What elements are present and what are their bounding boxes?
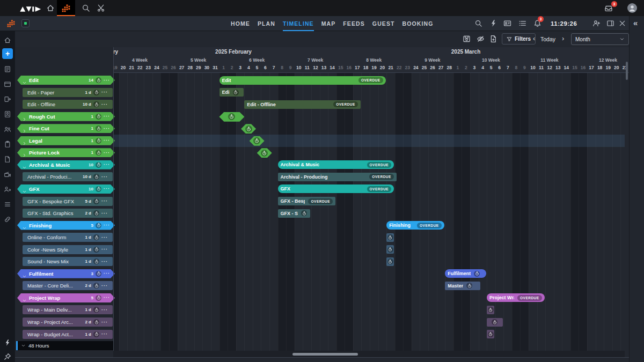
more-options-button[interactable]: ···: [104, 126, 110, 131]
person-link-icon[interactable]: [4, 186, 11, 193]
chevron-down-icon[interactable]: [22, 271, 27, 276]
timer-chip[interactable]: [301, 210, 307, 216]
horizontal-scrollbar-track[interactable]: [113, 351, 625, 357]
task-row[interactable]: Color -News Style1 d···: [23, 245, 113, 254]
gantt-bar[interactable]: FinishingOVERDUE: [386, 221, 444, 230]
chevron-right-icon[interactable]: [22, 126, 27, 131]
gantt-bar[interactable]: Master: [445, 282, 480, 290]
save-icon[interactable]: [463, 35, 471, 43]
gantt-bar[interactable]: [386, 257, 394, 266]
team-icon[interactable]: [4, 125, 11, 133]
more-options-button[interactable]: ···: [104, 150, 110, 156]
gantt-bar[interactable]: Archival & MusicOVERDUE: [278, 160, 394, 169]
timer-chip[interactable]: [492, 319, 497, 325]
timer-chip[interactable]: [96, 150, 101, 156]
task-row[interactable]: GFX - Std. Graphics2 d···: [23, 209, 113, 218]
bolt-icon[interactable]: [4, 339, 11, 346]
timer-chip[interactable]: [387, 247, 393, 253]
person-add-icon[interactable]: [592, 19, 601, 27]
gantt-bar[interactable]: Edi: [219, 88, 244, 97]
tab-timeline[interactable]: TIMELINE: [283, 16, 314, 31]
chevron-down-icon[interactable]: [22, 78, 27, 83]
tab-home[interactable]: HOME: [231, 16, 250, 31]
more-options-button[interactable]: ···: [104, 138, 110, 143]
timer-chip[interactable]: [488, 307, 494, 313]
today-button[interactable]: Today: [540, 36, 555, 42]
timer-chip[interactable]: [466, 283, 472, 289]
search-icon[interactable]: [474, 19, 482, 27]
chevron-down-icon[interactable]: [22, 187, 27, 191]
menu-icon[interactable]: [4, 201, 11, 208]
collapse-panel-button[interactable]: «: [633, 18, 638, 27]
more-options-button[interactable]: ···: [104, 78, 110, 83]
timer-chip[interactable]: [245, 125, 252, 132]
timer-chip[interactable]: [488, 331, 494, 337]
gantt-bar[interactable]: EditOVERDUE: [219, 76, 386, 85]
more-options-button[interactable]: ···: [101, 283, 108, 289]
more-options-button[interactable]: ···: [104, 223, 110, 228]
task-group-row[interactable]: Fulfilment3···: [17, 269, 115, 278]
next-period-button[interactable]: ›: [562, 34, 564, 42]
home-icon[interactable]: [46, 4, 55, 12]
timer-chip[interactable]: [93, 283, 99, 289]
timer-chip[interactable]: [93, 234, 99, 240]
task-row[interactable]: Wrap - Main Deliv...1 d···: [23, 305, 113, 314]
task-group-row[interactable]: Fine Cut1···: [17, 124, 115, 133]
more-options-button[interactable]: ···: [101, 90, 108, 95]
pin-icon[interactable]: [4, 353, 11, 360]
timer-chip[interactable]: [96, 223, 101, 228]
task-group-row[interactable]: Edit14···: [17, 76, 115, 85]
tab-map[interactable]: MAP: [321, 16, 336, 31]
task-row[interactable]: Wrap - Project Arc...2 d···: [23, 317, 113, 327]
chevron-right-icon[interactable]: [22, 138, 27, 143]
chevron-down-icon[interactable]: [22, 162, 27, 167]
more-options-button[interactable]: ···: [101, 211, 108, 216]
timer-chip[interactable]: [96, 114, 101, 120]
timer-chip[interactable]: [93, 101, 99, 107]
camera-slate-icon[interactable]: [4, 171, 11, 178]
tab-booking[interactable]: BOOKING: [402, 16, 434, 31]
hours-footer-row[interactable]: 48 Hours: [16, 341, 113, 350]
doc-add-icon[interactable]: [489, 35, 497, 43]
task-group-row[interactable]: Finishing5···: [17, 221, 115, 230]
task-row[interactable]: Online - Conform1 d···: [23, 233, 113, 242]
vertical-scrollbar-thumb[interactable]: [626, 62, 628, 80]
list-icon[interactable]: [518, 19, 526, 27]
more-options-button[interactable]: ···: [101, 235, 108, 240]
task-row[interactable]: Archival - Produci...10 d···: [23, 172, 113, 181]
task-row[interactable]: Master - Core Deli...2 d···: [23, 281, 113, 290]
timer-chip[interactable]: [96, 271, 101, 277]
timer-chip[interactable]: [96, 162, 101, 168]
timer-chip[interactable]: [253, 137, 260, 144]
more-options-button[interactable]: ···: [104, 114, 110, 119]
more-options-button[interactable]: ···: [101, 307, 108, 313]
gantt-bar[interactable]: GFXOVERDUE: [278, 184, 394, 193]
cut-icon[interactable]: [97, 4, 105, 12]
export-icon[interactable]: [4, 95, 11, 103]
chevron-right-icon[interactable]: [22, 150, 27, 155]
timer-chip[interactable]: [387, 258, 393, 264]
timer-chip[interactable]: [93, 90, 99, 95]
gantt-bar[interactable]: Archival - ProducingOVERDUE: [278, 173, 397, 181]
chevron-down-icon[interactable]: [22, 295, 27, 300]
active-app-tile[interactable]: [57, 0, 75, 16]
more-options-button[interactable]: ···: [104, 271, 110, 276]
add-button[interactable]: +: [2, 48, 13, 59]
gantt-milestone[interactable]: [241, 124, 256, 134]
task-group-row[interactable]: Rough Cut1···: [17, 112, 115, 121]
gantt-bar[interactable]: [386, 245, 394, 254]
id-card-icon[interactable]: [503, 19, 511, 27]
more-options-button[interactable]: ···: [101, 331, 108, 337]
more-options-button[interactable]: ···: [104, 295, 110, 300]
bolt-icon[interactable]: [489, 19, 497, 27]
more-options-button[interactable]: ···: [101, 198, 108, 204]
gantt-bar[interactable]: GFX - BespokeOVERDUE: [278, 197, 336, 205]
filters-button[interactable]: Filters: [502, 33, 536, 45]
close-icon[interactable]: [618, 19, 626, 27]
timer-chip[interactable]: [96, 138, 101, 144]
tab-guest[interactable]: GUEST: [372, 16, 395, 31]
task-row[interactable]: Edit - Paper1 d···: [23, 88, 113, 97]
gantt-bar[interactable]: Fulfilment: [445, 269, 486, 278]
timer-chip[interactable]: [474, 271, 480, 277]
timer-chip[interactable]: [233, 90, 239, 95]
